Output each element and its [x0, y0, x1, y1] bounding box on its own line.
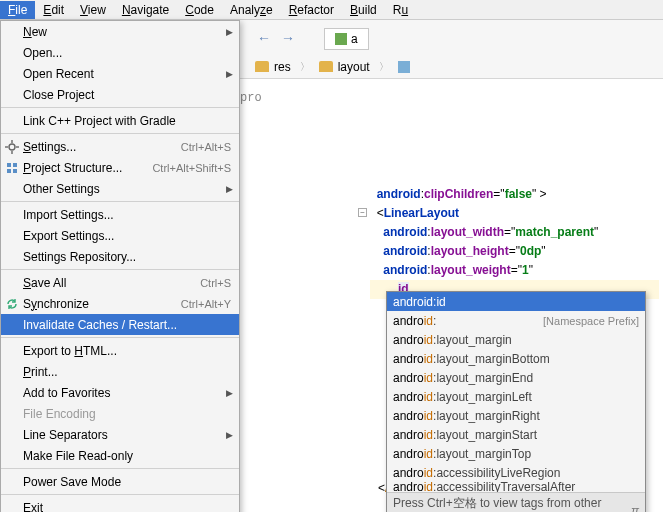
menu-item-open[interactable]: Open...: [1, 42, 239, 63]
menu-item-invalidate-caches[interactable]: Invalidate Caches / Restart...: [1, 314, 239, 335]
file-menu-dropdown: New▶ Open... Open Recent▶ Close Project …: [0, 20, 240, 512]
menu-separator: [1, 201, 239, 202]
menu-navigate[interactable]: Navigate: [114, 1, 177, 19]
folder-icon: [319, 61, 333, 72]
svg-point-0: [9, 144, 15, 150]
menu-refactor[interactable]: Refactor: [281, 1, 342, 19]
menu-item-other-settings[interactable]: Other Settings▶: [1, 178, 239, 199]
menu-item-export-html[interactable]: Export to HTML...: [1, 340, 239, 361]
autocomplete-item[interactable]: android:layout_marginEnd: [387, 368, 645, 387]
menu-item-import-settings[interactable]: Import Settings...: [1, 204, 239, 225]
run-config-selector[interactable]: a: [324, 28, 369, 50]
autocomplete-item[interactable]: android:layout_marginRight: [387, 406, 645, 425]
menu-item-settings-repository[interactable]: Settings Repository...: [1, 246, 239, 267]
chevron-right-icon: 〉: [379, 60, 389, 74]
nav-back-button[interactable]: ←: [256, 30, 272, 46]
code-line: android:layout_weight="1": [370, 261, 659, 280]
code-line: <LinearLayout: [370, 204, 659, 223]
chevron-right-icon: ▶: [226, 27, 233, 37]
menu-item-save-all[interactable]: Save AllCtrl+S: [1, 272, 239, 293]
menu-item-new[interactable]: New▶: [1, 21, 239, 42]
menu-item-project-structure[interactable]: Project Structure...Ctrl+Alt+Shift+S: [1, 157, 239, 178]
menu-item-make-readonly[interactable]: Make File Read-only: [1, 445, 239, 466]
menu-run[interactable]: Ru: [385, 1, 416, 19]
chevron-right-icon: 〉: [300, 60, 310, 74]
menu-item-settings[interactable]: Settings...Ctrl+Alt+S: [1, 136, 239, 157]
menu-item-line-separators[interactable]: Line Separators▶: [1, 424, 239, 445]
chevron-right-icon: ▶: [226, 184, 233, 194]
menu-separator: [1, 494, 239, 495]
menu-item-close-project[interactable]: Close Project: [1, 84, 239, 105]
svg-rect-6: [13, 163, 17, 167]
menu-view[interactable]: View: [72, 1, 114, 19]
menu-file[interactable]: File: [0, 1, 35, 19]
breadcrumb-segment-file[interactable]: [391, 59, 417, 75]
autocomplete-item[interactable]: android:layout_marginLeft: [387, 387, 645, 406]
menubar: File Edit View Navigate Code Analyze Ref…: [0, 0, 663, 20]
autocomplete-item[interactable]: android:accessibilityTraversalAfter: [387, 482, 645, 492]
chevron-right-icon: ▶: [226, 388, 233, 398]
menu-separator: [1, 337, 239, 338]
menu-separator: [1, 107, 239, 108]
autocomplete-item[interactable]: android:layout_marginBottom: [387, 349, 645, 368]
autocomplete-item[interactable]: android:id: [387, 292, 645, 311]
fold-toggle-icon[interactable]: −: [358, 208, 367, 217]
menu-item-synchronize[interactable]: SynchronizeCtrl+Alt+Y: [1, 293, 239, 314]
breadcrumb-segment-res[interactable]: res: [248, 58, 298, 76]
menu-item-export-settings[interactable]: Export Settings...: [1, 225, 239, 246]
autocomplete-item[interactable]: android:layout_marginTop: [387, 444, 645, 463]
menu-item-print[interactable]: Print...: [1, 361, 239, 382]
svg-rect-5: [7, 163, 11, 167]
autocomplete-item[interactable]: android:layout_marginStart: [387, 425, 645, 444]
autocomplete-hint-text: Press Ctrl+空格 to view tags from other na…: [393, 495, 631, 512]
autocomplete-footer: Press Ctrl+空格 to view tags from other na…: [387, 492, 645, 512]
code-line: android:layout_width="match_parent": [370, 223, 659, 242]
menu-build[interactable]: Build: [342, 1, 385, 19]
menu-code[interactable]: Code: [177, 1, 222, 19]
xml-file-icon: [398, 61, 410, 73]
menu-item-link-cpp[interactable]: Link C++ Project with Gradle: [1, 110, 239, 131]
breadcrumb: res 〉 layout 〉: [240, 55, 663, 79]
editor-text-fragment: pro: [240, 91, 280, 105]
chevron-right-icon: ▶: [226, 69, 233, 79]
svg-rect-7: [7, 169, 11, 173]
menu-item-file-encoding: File Encoding: [1, 403, 239, 424]
folder-icon: [255, 61, 269, 72]
menu-item-power-save[interactable]: Power Save Mode: [1, 471, 239, 492]
structure-icon: [5, 161, 19, 175]
autocomplete-item[interactable]: android:[Namespace Prefix]: [387, 311, 645, 330]
code-line: android:layout_height="0dp": [370, 242, 659, 261]
chevron-right-icon: ▶: [226, 430, 233, 440]
gear-icon: [5, 140, 19, 154]
menu-separator: [1, 133, 239, 134]
menu-separator: [1, 269, 239, 270]
menu-separator: [1, 468, 239, 469]
autocomplete-item[interactable]: android:layout_margin: [387, 330, 645, 349]
sync-icon: [5, 297, 19, 311]
run-config-label: a: [351, 32, 358, 46]
autocomplete-popup: android:idandroid:[Namespace Prefix]andr…: [386, 291, 646, 512]
svg-rect-8: [13, 169, 17, 173]
menu-analyze[interactable]: Analyze: [222, 1, 281, 19]
code-editor[interactable]: android:clipChildren="false" > <LinearLa…: [370, 185, 659, 299]
code-line: android:clipChildren="false" >: [370, 185, 659, 204]
nav-forward-button[interactable]: →: [280, 30, 296, 46]
android-icon: [335, 33, 347, 45]
menu-item-exit[interactable]: Exit: [1, 497, 239, 512]
fold-gutter: −: [358, 190, 368, 512]
menu-edit[interactable]: Edit: [35, 1, 72, 19]
autocomplete-item[interactable]: android:accessibilityLiveRegion: [387, 463, 645, 482]
pi-icon: π: [631, 504, 639, 513]
breadcrumb-segment-layout[interactable]: layout: [312, 58, 377, 76]
toolbar: ← → a: [240, 20, 663, 60]
menu-item-open-recent[interactable]: Open Recent▶: [1, 63, 239, 84]
menu-item-add-favorites[interactable]: Add to Favorites▶: [1, 382, 239, 403]
